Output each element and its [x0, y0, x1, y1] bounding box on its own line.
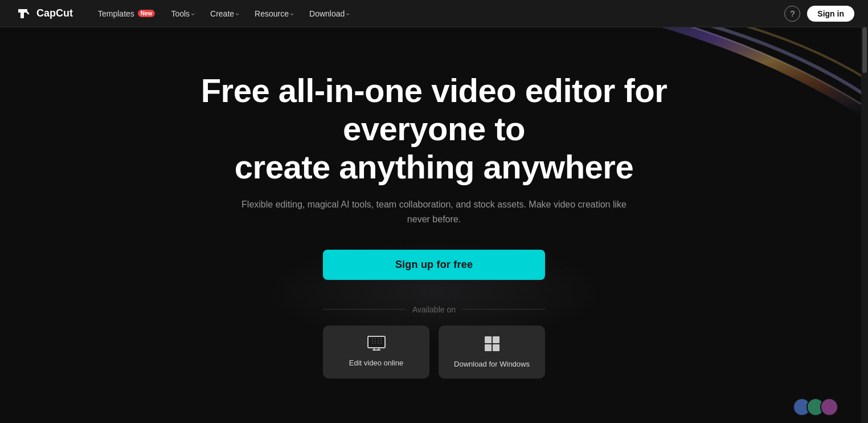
resource-chevron-icon	[291, 9, 293, 18]
available-section: Available on	[323, 305, 545, 379]
hero-subtitle: Flexible editing, magical AI tools, team…	[240, 197, 628, 226]
hero-section: Free all-in-one video editor for everyon…	[0, 0, 868, 423]
help-button[interactable]: ?	[784, 6, 800, 22]
logo-text: CapCut	[36, 7, 73, 19]
download-windows-button[interactable]: Download for Windows	[439, 326, 545, 379]
svg-point-6	[372, 343, 373, 344]
svg-point-14	[380, 340, 382, 341]
nav-download[interactable]: Download	[302, 6, 356, 22]
svg-point-9	[375, 343, 376, 344]
available-label: Available on	[323, 305, 545, 314]
signup-button[interactable]: Sign up for free	[323, 250, 545, 280]
svg-rect-16	[485, 336, 492, 343]
nav-items: Templates New Tools Create Resource Down…	[91, 6, 784, 22]
svg-point-7	[375, 338, 376, 339]
avatar	[820, 398, 838, 416]
bottom-avatars	[793, 398, 838, 416]
nav-tools[interactable]: Tools	[164, 6, 201, 22]
logo[interactable]: CapCut	[14, 5, 73, 23]
svg-point-4	[372, 338, 373, 339]
navbar: CapCut Templates New Tools Create Resour…	[0, 0, 868, 27]
signin-button[interactable]: Sign in	[807, 6, 854, 22]
nav-right: ? Sign in	[784, 6, 854, 22]
svg-point-11	[378, 340, 379, 341]
svg-rect-19	[493, 344, 499, 351]
platform-buttons: Edit video online Download for Windows	[323, 326, 545, 379]
svg-rect-17	[493, 336, 499, 343]
create-chevron-icon	[236, 9, 239, 18]
edit-online-label: Edit video online	[349, 359, 403, 367]
nav-create[interactable]: Create	[203, 6, 245, 22]
scrollbar-thumb[interactable]	[862, 27, 867, 73]
templates-badge: New	[138, 10, 155, 17]
svg-rect-3	[369, 337, 384, 347]
monitor-icon	[367, 336, 386, 353]
svg-rect-18	[485, 344, 492, 351]
nav-templates[interactable]: Templates New	[91, 6, 162, 22]
download-chevron-icon	[347, 9, 349, 18]
windows-icon	[484, 336, 500, 354]
svg-point-15	[380, 343, 382, 344]
download-windows-label: Download for Windows	[454, 360, 530, 368]
hero-title: Free all-in-one video editor for everyon…	[134, 72, 734, 186]
svg-point-10	[378, 338, 379, 339]
edit-online-button[interactable]: Edit video online	[323, 326, 429, 379]
nav-resource[interactable]: Resource	[248, 6, 300, 22]
svg-point-8	[375, 340, 376, 341]
logo-icon	[14, 5, 32, 23]
hero-content: Free all-in-one video editor for everyon…	[121, 72, 747, 378]
svg-point-13	[380, 338, 382, 339]
svg-point-5	[372, 340, 373, 341]
tools-chevron-icon	[192, 9, 194, 18]
scrollbar[interactable]	[861, 0, 868, 423]
svg-point-12	[378, 343, 379, 344]
